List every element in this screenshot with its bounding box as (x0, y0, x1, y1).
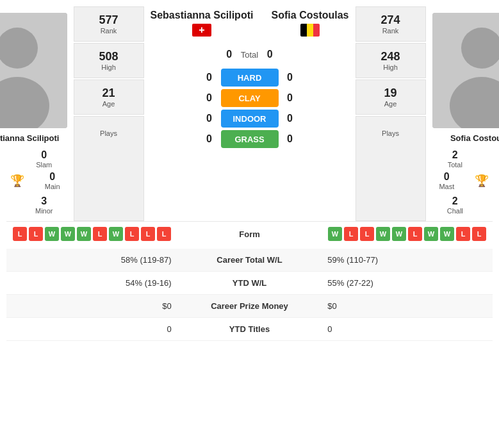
left-player-section: Sebastianna Scilipoti 3 Total 0 Slam 0 M… (0, 6, 144, 221)
left-player-name: Sebastianna Scilipoti (0, 133, 59, 143)
right-trophy-icon: 🏆 (475, 175, 489, 187)
form-pill-left: L (125, 227, 139, 241)
left-plays-box: Plays (74, 116, 144, 221)
left-player-card: Sebastianna Scilipoti 3 Total 0 Slam 0 M… (0, 6, 74, 221)
right-player-card: Sofia Costoulas 2 Total 0 Slam 0 Mast (426, 6, 500, 221)
right-rank-box: 274 Rank (356, 6, 426, 42)
table-left-cell: $0 (6, 295, 177, 318)
left-minor-stat: 3 Minor (18, 195, 70, 215)
right-total-stat: 2 Total (429, 149, 482, 169)
table-right-cell: 55% (27-22) (322, 272, 493, 295)
clay-badge: Clay (221, 89, 279, 107)
middle-section: Sebastianna Scilipoti Sofia Costoulas (144, 6, 356, 151)
right-high-box: 248 High (356, 43, 426, 78)
right-age-box: 19 Age (356, 79, 426, 115)
table-center-cell: YTD Titles (177, 318, 323, 341)
indoor-court-row: 0 Indoor 0 (144, 110, 356, 128)
table-row: 58% (119-87) Career Total W/L 59% (110-7… (6, 249, 493, 272)
form-pills-left: LLWWWLWLLL (13, 227, 211, 241)
form-label: Form (211, 229, 288, 239)
table-right-cell: $0 (322, 295, 493, 318)
indoor-badge: Indoor (221, 110, 279, 128)
right-player-stats: 2 Total 0 Slam (429, 149, 500, 169)
right-flag-row (272, 24, 349, 37)
left-slam-stat: 0 Slam (18, 149, 70, 169)
right-chall-stat: 2 Chall (429, 195, 482, 215)
form-pill-right: W (376, 227, 390, 241)
table-left-cell: 58% (119-87) (6, 249, 177, 272)
table-center-cell: Career Prize Money (177, 295, 323, 318)
left-flag-row (151, 24, 254, 37)
left-main-stat: 0 Main (45, 171, 60, 190)
right-minor-stat: 0 Minor (482, 195, 499, 215)
court-rows: 0 Hard 0 0 Clay 0 0 Indoor 0 0 Grass (144, 65, 356, 151)
form-pill-left: L (13, 227, 27, 241)
right-player-section: 274 Rank 248 High 19 Age Plays (356, 6, 500, 221)
form-pill-right: L (344, 227, 358, 241)
right-slam-stat: 0 Slam (482, 149, 499, 169)
table-row: $0 Career Prize Money $0 (6, 295, 493, 318)
form-pill-right: L (360, 227, 374, 241)
left-trophy-icon: 🏆 (10, 175, 24, 187)
top-section: Sebastianna Scilipoti 3 Total 0 Slam 0 M… (6, 6, 493, 221)
stats-table: 58% (119-87) Career Total W/L 59% (110-7… (6, 249, 493, 341)
right-stats-panel: 274 Rank 248 High 19 Age Plays (356, 6, 426, 221)
form-pill-left: L (157, 227, 171, 241)
total-row: 0 Total 0 (144, 44, 356, 65)
right-player-avatar (432, 13, 500, 128)
left-player-avatar (0, 13, 67, 128)
form-pill-right: L (408, 227, 422, 241)
left-player-stats: 3 Total 0 Slam (0, 149, 70, 169)
left-age-box: 21 Age (74, 79, 144, 115)
right-bottom-stats: 2 Chall 0 Minor (429, 195, 500, 215)
form-pill-right: W (328, 227, 342, 241)
table-row: 54% (19-16) YTD W/L 55% (27-22) (6, 272, 493, 295)
form-pill-right: L (472, 227, 486, 241)
left-flag (192, 24, 211, 37)
left-trophy-row: 0 Mast 🏆 0 Main (0, 171, 70, 190)
hard-court-row: 0 Hard 0 (144, 69, 356, 87)
form-pill-right: W (424, 227, 438, 241)
form-pill-left: W (109, 227, 123, 241)
form-pill-left: L (93, 227, 107, 241)
main-container: Sebastianna Scilipoti 3 Total 0 Slam 0 M… (0, 0, 499, 347)
form-section: LLWWWLWLLL Form WLLWWLWWLL (6, 221, 493, 246)
right-trophy-row: 0 Mast 🏆 0 Main (429, 171, 500, 190)
table-center-cell: YTD W/L (177, 272, 323, 295)
form-pill-left: W (77, 227, 91, 241)
grass-badge: Grass (221, 130, 279, 148)
form-pill-left: W (61, 227, 75, 241)
left-chall-stat: 0 Chall (0, 195, 17, 215)
form-pill-left: L (29, 227, 43, 241)
table-right-cell: 59% (110-77) (322, 249, 493, 272)
table-row: 0 YTD Titles 0 (6, 318, 493, 341)
left-high-box: 508 High (74, 43, 144, 78)
table-right-cell: 0 (322, 318, 493, 341)
left-bottom-stats: 0 Chall 3 Minor (0, 195, 70, 215)
table-left-cell: 54% (19-16) (6, 272, 177, 295)
form-pill-right: W (440, 227, 454, 241)
right-flag (300, 24, 320, 37)
grass-court-row: 0 Grass 0 (144, 130, 356, 148)
right-plays-box: Plays (356, 116, 426, 221)
form-pill-right: W (392, 227, 406, 241)
table-center-cell: Career Total W/L (177, 249, 323, 272)
form-pills-right: WLLWWLWWLL (288, 227, 487, 241)
left-stats-panel: 577 Rank 508 High 21 Age Plays (74, 6, 144, 221)
left-total-stat: 3 Total (0, 149, 17, 169)
form-pill-left: W (45, 227, 59, 241)
right-player-name: Sofia Costoulas (450, 133, 499, 143)
form-pill-right: L (456, 227, 470, 241)
clay-court-row: 0 Clay 0 (144, 89, 356, 107)
left-rank-box: 577 Rank (74, 6, 144, 42)
right-mast-stat: 0 Mast (439, 171, 454, 190)
table-left-cell: 0 (6, 318, 177, 341)
right-player-header: Sofia Costoulas (272, 6, 349, 44)
left-player-header: Sebastianna Scilipoti (151, 6, 254, 44)
form-pill-left: L (141, 227, 155, 241)
hard-badge: Hard (221, 69, 279, 87)
